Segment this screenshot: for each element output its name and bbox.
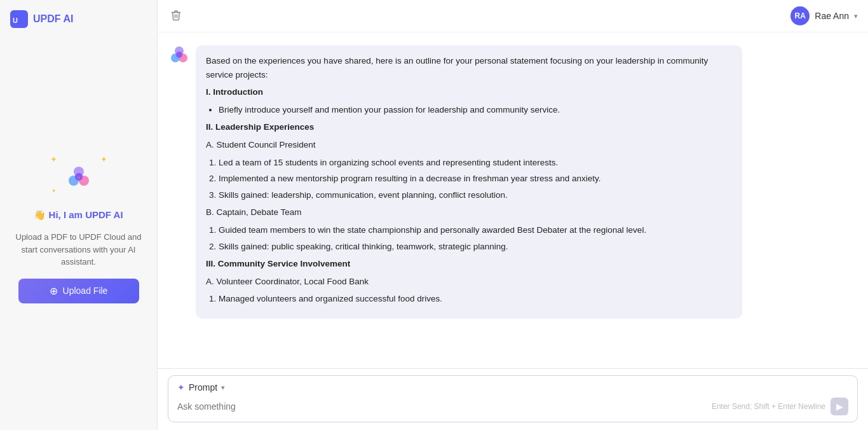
plus-circle-icon: ⊕ (50, 285, 58, 297)
username-label: Rae Ann (815, 11, 849, 21)
input-toolbar: ✦ Prompt ▾ (177, 382, 848, 392)
send-button[interactable]: ▶ (831, 398, 848, 415)
app-title: UPDF AI (33, 13, 73, 25)
sparkle-tr-icon: ✦ (100, 155, 107, 164)
main-panel: RA Rae Ann ▾ Based on the experiences yo… (158, 0, 868, 430)
input-field-row: Enter Send; Shift + Enter Newline ▶ (177, 398, 848, 415)
upload-file-button[interactable]: ⊕ Upload File (18, 279, 139, 303)
debate-item-1: Guided team members to win the state cha… (219, 223, 732, 237)
input-area: ✦ Prompt ▾ Enter Send; Shift + Enter New… (158, 368, 868, 430)
section-intro-header: I. Introduction (206, 85, 732, 99)
sparkle-bl-icon: ✦ (51, 188, 57, 194)
sparkle-tl-icon: ✦ (50, 155, 57, 164)
foodbank-item-1: Managed volunteers and organized success… (219, 292, 732, 306)
sidebar-center: ✦ ✦ ✦ 👋 Hi, I am UPDF AI Upload a PDF to… (0, 38, 157, 420)
intro-item-1: Briefly introduce yourself and mention y… (219, 103, 732, 117)
send-icon: ▶ (836, 401, 843, 412)
svg-point-5 (75, 173, 83, 181)
sub-section-debate-header: B. Captain, Debate Team (206, 205, 732, 219)
updf-logo-icon: U (10, 10, 28, 28)
main-header: RA Rae Ann ▾ (158, 0, 868, 32)
prompt-label: Prompt (189, 382, 217, 392)
debate-item-2: Skills gained: public speaking, critical… (219, 240, 732, 254)
user-chevron-icon: ▾ (854, 12, 858, 20)
council-item-3: Skills gained: leadership, communication… (219, 188, 732, 202)
avatar: RA (790, 6, 810, 25)
sidebar-description: Upload a PDF to UPDF Cloud and start con… (13, 231, 144, 268)
ai-message-bubble: Based on the experiences you have shared… (196, 45, 742, 319)
svg-text:U: U (13, 17, 18, 24)
section-leadership-header: II. Leadership Experiences (206, 120, 732, 134)
sidebar-header: U UPDF AI (0, 10, 83, 38)
user-menu[interactable]: RA Rae Ann ▾ (790, 6, 858, 25)
updf-flower-icon (65, 163, 93, 191)
council-item-1: Led a team of 15 students in organizing … (219, 156, 732, 170)
ai-avatar-icon (170, 45, 188, 63)
sub-section-council-header: A. Student Council President (206, 138, 732, 152)
council-item-2: Implemented a new mentorship program res… (219, 172, 732, 186)
trash-icon (170, 10, 182, 21)
svg-point-9 (176, 52, 182, 58)
chat-area: Based on the experiences you have shared… (158, 32, 868, 368)
ask-input[interactable] (177, 401, 712, 412)
response-intro: Based on the experiences you have shared… (206, 54, 732, 81)
input-box: ✦ Prompt ▾ Enter Send; Shift + Enter New… (168, 375, 858, 422)
ai-message-row: Based on the experiences you have shared… (170, 45, 855, 319)
sub-section-foodbank-header: A. Volunteer Coordinator, Local Food Ban… (206, 275, 732, 289)
prompt-chevron-icon[interactable]: ▾ (221, 384, 225, 392)
clear-chat-button[interactable] (168, 7, 184, 25)
sparkle-prompt-icon: ✦ (177, 382, 185, 392)
greeting-text: 👋 Hi, I am UPDF AI (34, 209, 123, 221)
sidebar: U UPDF AI ✦ ✦ ✦ 👋 Hi, I am UPDF AI Uploa… (0, 0, 158, 430)
section-community-header: III. Community Service Involvement (206, 257, 732, 271)
sparkle-logo-container: ✦ ✦ ✦ (50, 155, 107, 199)
input-hint-text: Enter Send; Shift + Enter Newline (712, 402, 825, 411)
